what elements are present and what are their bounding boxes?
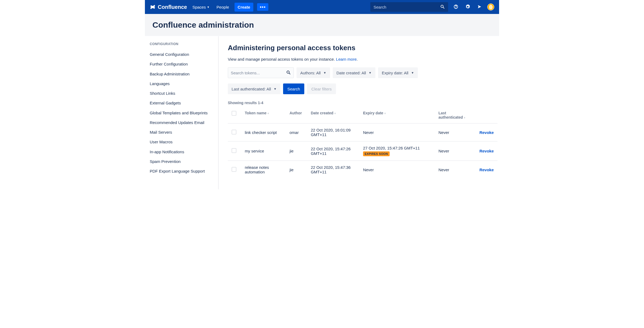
cell-token-name: release notes automation [243, 161, 287, 179]
cell-author: omar [287, 123, 309, 141]
nav-spaces[interactable]: Spaces ▼ [191, 3, 211, 11]
help-icon[interactable] [452, 4, 460, 10]
notification-icon[interactable] [475, 4, 484, 10]
sidebar-item[interactable]: Languages [150, 79, 218, 89]
nav-people[interactable]: People [215, 3, 231, 11]
table-row: release notes automationjie22 Oct 2020, … [228, 161, 497, 179]
filter-authors[interactable]: Authors: All▼ [297, 67, 330, 78]
top-nav: Confluence Spaces ▼ People Create ••• [145, 0, 499, 14]
tokens-table: Token name Author Date created Expiry da… [228, 108, 497, 178]
chevron-down-icon: ▼ [369, 71, 372, 74]
create-button[interactable]: Create [235, 3, 254, 12]
cell-expiry-date: Never [361, 161, 436, 179]
page-header: Confluence administration [145, 14, 499, 36]
more-button[interactable]: ••• [257, 3, 268, 11]
col-expiry-date[interactable]: Expiry date [361, 108, 436, 123]
main-content: Administering personal access tokens Vie… [219, 36, 499, 189]
chevron-down-icon: ▼ [411, 71, 414, 74]
sidebar-item[interactable]: Backup Administration [150, 69, 218, 79]
main-title: Administering personal access tokens [228, 44, 497, 52]
revoke-link[interactable]: Revoke [480, 149, 494, 153]
results-count: Showing results 1-4 [228, 101, 497, 105]
cell-date-created: 22 Oct 2020, 15:47:26 GMT+11 [309, 141, 361, 161]
sidebar-item[interactable]: External Gadgets [150, 98, 218, 108]
svg-point-3 [456, 8, 456, 8]
sidebar-item[interactable]: General Configuration [150, 50, 218, 59]
global-search[interactable] [370, 2, 448, 12]
search-button[interactable]: Search [283, 83, 305, 94]
col-token-name[interactable]: Token name [243, 108, 287, 123]
sidebar-item[interactable]: Recommended Updates Email [150, 118, 218, 127]
token-search[interactable] [228, 67, 294, 78]
chevron-down-icon: ▼ [274, 87, 277, 90]
sort-icon [464, 117, 466, 119]
search-icon [440, 4, 445, 10]
sidebar-item[interactable]: Shortcut Links [150, 89, 218, 98]
select-all-checkbox[interactable] [232, 111, 236, 116]
cell-token-name: link checker script [243, 123, 287, 141]
row-checkbox[interactable] [232, 148, 236, 153]
sidebar-item[interactable]: Mail Servers [150, 127, 218, 137]
chevron-down-icon: ▼ [323, 71, 326, 74]
confluence-icon [150, 4, 156, 10]
col-last-authenticated[interactable]: Last authenticated [436, 108, 474, 123]
filter-expiry-date[interactable]: Expiry date: All▼ [378, 67, 418, 78]
table-row: my servicejie22 Oct 2020, 15:47:26 GMT+1… [228, 141, 497, 161]
svg-point-4 [287, 71, 289, 73]
gear-icon[interactable] [464, 4, 472, 10]
col-author: Author [287, 108, 309, 123]
table-row: link checker scriptomar22 Oct 2020, 16:0… [228, 123, 497, 141]
sort-icon [384, 112, 386, 114]
clear-filters-button[interactable]: Clear filters [307, 83, 336, 94]
expires-soon-badge: EXPIRES SOON [363, 151, 390, 156]
cell-expiry-date: 27 Oct 2020, 15:47:26 GMT+11EXPIRES SOON [361, 141, 436, 161]
sidebar-heading: Configuration [150, 42, 218, 46]
product-name: Confluence [158, 4, 187, 10]
revoke-link[interactable]: Revoke [480, 167, 494, 172]
cell-last-authenticated: Never [436, 141, 474, 161]
token-search-input[interactable] [231, 71, 286, 75]
sort-icon [267, 112, 269, 114]
chevron-down-icon: ▼ [207, 6, 210, 9]
cell-expiry-date: Never [361, 123, 436, 141]
cell-date-created: 22 Oct 2020, 15:47:36 GMT+11 [309, 161, 361, 179]
sort-icon [334, 112, 336, 114]
filter-last-authenticated[interactable]: Last authenticated: All▼ [228, 83, 280, 94]
sidebar-item[interactable]: PDF Export Language Support [150, 166, 218, 176]
sidebar-item[interactable]: Further Configuration [150, 59, 218, 69]
cell-last-authenticated: Never [436, 123, 474, 141]
avatar[interactable] [487, 3, 494, 10]
revoke-link[interactable]: Revoke [480, 130, 494, 135]
col-date-created[interactable]: Date created [309, 108, 361, 123]
cell-date-created: 22 Oct 2020, 16:01:09 GMT+11 [309, 123, 361, 141]
cell-token-name: my service [243, 141, 287, 161]
learn-more-link[interactable]: Learn more [336, 57, 357, 61]
filter-bar: Authors: All▼ Date created: All▼ Expiry … [228, 67, 497, 94]
row-checkbox[interactable] [232, 167, 236, 172]
row-checkbox[interactable] [232, 130, 236, 134]
sidebar-item[interactable]: Global Templates and Blueprints [150, 108, 218, 118]
sidebar-item[interactable]: Spam Prevention [150, 157, 218, 166]
global-search-input[interactable] [374, 5, 440, 9]
svg-line-1 [443, 7, 444, 9]
sidebar-item[interactable]: In-app Notifications [150, 147, 218, 157]
main-description: View and manage personal access tokens o… [228, 57, 497, 61]
svg-line-5 [289, 73, 290, 74]
filter-date-created[interactable]: Date created: All▼ [333, 67, 375, 78]
sidebar: Configuration General ConfigurationFurth… [145, 36, 219, 189]
page-title: Confluence administration [152, 20, 492, 30]
cell-author: jie [287, 161, 309, 179]
svg-point-0 [441, 5, 443, 8]
cell-last-authenticated: Never [436, 161, 474, 179]
confluence-logo[interactable]: Confluence [150, 4, 187, 10]
search-icon [286, 70, 291, 76]
sidebar-item[interactable]: User Macros [150, 137, 218, 147]
cell-author: jie [287, 141, 309, 161]
